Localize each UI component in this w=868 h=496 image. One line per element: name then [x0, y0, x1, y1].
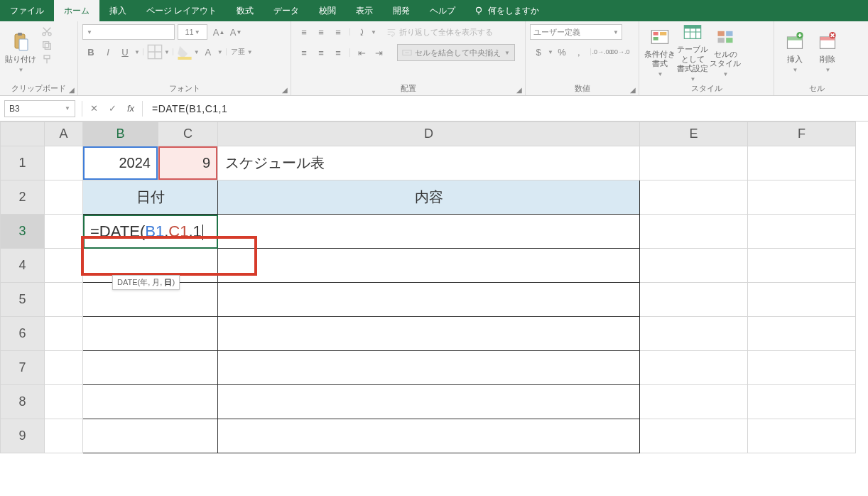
cell-B6[interactable]: [83, 317, 218, 351]
italic-button[interactable]: I: [100, 44, 116, 60]
cell-A4[interactable]: [45, 249, 83, 283]
cell-E1[interactable]: [640, 146, 748, 180]
comma-format-button[interactable]: ,: [571, 44, 587, 60]
cell-E2[interactable]: [640, 180, 748, 215]
cell-D3[interactable]: [218, 215, 640, 249]
cell-F3[interactable]: [748, 215, 856, 249]
format-painter-button[interactable]: [41, 54, 53, 65]
cell-D5[interactable]: [218, 283, 640, 317]
font-size-combo[interactable]: 11▼: [178, 24, 207, 40]
cell-D1[interactable]: スケジュール表: [218, 146, 640, 180]
bold-button[interactable]: B: [83, 44, 99, 60]
number-launcher[interactable]: ◢: [629, 85, 637, 94]
wrap-text-button[interactable]: 折り返して全体を表示する: [386, 27, 493, 38]
cell-E9[interactable]: [640, 419, 748, 453]
tab-page-layout[interactable]: ページ レイアウト: [136, 0, 227, 21]
copy-button[interactable]: [41, 40, 53, 51]
row-header-6[interactable]: 6: [1, 317, 45, 351]
increase-indent-button[interactable]: ⇥: [371, 45, 386, 60]
align-top-button[interactable]: ≡: [296, 24, 312, 40]
cell-C1[interactable]: 9: [158, 146, 218, 180]
orientation-button[interactable]: ⤸: [354, 24, 369, 40]
cell-A1[interactable]: [45, 146, 83, 180]
cell-E4[interactable]: [640, 249, 748, 283]
alignment-launcher[interactable]: ◢: [515, 85, 523, 94]
enter-formula-button[interactable]: ✓: [103, 100, 121, 117]
borders-button[interactable]: [147, 44, 163, 60]
increase-font-button[interactable]: A▲: [211, 24, 227, 40]
row-header-2[interactable]: 2: [1, 180, 45, 215]
paste-button[interactable]: 貼り付け ▼: [4, 24, 37, 81]
cell-E7[interactable]: [640, 351, 748, 385]
fill-color-button[interactable]: [177, 44, 192, 60]
cell-A6[interactable]: [45, 317, 83, 351]
font-color-button[interactable]: A: [200, 44, 216, 60]
cell-A9[interactable]: [45, 419, 83, 453]
insert-function-button[interactable]: fx: [121, 100, 140, 117]
underline-button[interactable]: U: [117, 44, 133, 60]
align-center-button[interactable]: ≡: [313, 45, 329, 60]
cell-A3[interactable]: [45, 215, 83, 249]
col-header-A[interactable]: A: [45, 122, 83, 146]
decrease-font-button[interactable]: A▼: [228, 24, 244, 40]
cell-F1[interactable]: [748, 146, 856, 180]
col-header-C[interactable]: C: [158, 122, 218, 146]
cell-D4[interactable]: [218, 249, 640, 283]
row-header-4[interactable]: 4: [1, 249, 45, 283]
cell-B9[interactable]: [83, 419, 218, 453]
accounting-format-button[interactable]: $: [531, 44, 546, 60]
cancel-formula-button[interactable]: ✕: [85, 100, 103, 117]
font-launcher[interactable]: ◢: [281, 85, 289, 94]
row-header-8[interactable]: 8: [1, 385, 45, 419]
increase-decimal-button[interactable]: .0→.00: [595, 44, 610, 60]
phonetic-guide-button[interactable]: ア亜: [230, 44, 246, 60]
cell-F7[interactable]: [748, 351, 856, 385]
row-header-1[interactable]: 1: [1, 146, 45, 180]
align-left-button[interactable]: ≡: [296, 45, 312, 60]
merge-center-button[interactable]: セルを結合して中央揃え ▼: [397, 44, 515, 61]
align-bottom-button[interactable]: ≡: [330, 24, 346, 40]
cell-F9[interactable]: [748, 419, 856, 453]
select-all-corner[interactable]: [1, 122, 45, 146]
delete-cells-button[interactable]: 削除▼: [811, 24, 844, 81]
tab-help[interactable]: ヘルプ: [420, 0, 465, 21]
cell-F2[interactable]: [748, 180, 856, 215]
cell-D6[interactable]: [218, 317, 640, 351]
cell-B3[interactable]: =DATE(B1,C1,1: [83, 215, 218, 249]
cell-D8[interactable]: [218, 385, 640, 419]
col-header-E[interactable]: E: [640, 122, 748, 146]
cell-D2[interactable]: 内容: [218, 180, 640, 215]
cell-B7[interactable]: [83, 351, 218, 385]
cell-E5[interactable]: [640, 283, 748, 317]
cell-E3[interactable]: [640, 215, 748, 249]
cell-F8[interactable]: [748, 385, 856, 419]
align-right-button[interactable]: ≡: [330, 45, 346, 60]
cell-B8[interactable]: [83, 385, 218, 419]
row-header-3[interactable]: 3: [1, 215, 45, 249]
tab-formulas[interactable]: 数式: [227, 0, 264, 21]
tab-file[interactable]: ファイル: [0, 0, 54, 21]
font-name-combo[interactable]: ▼: [82, 24, 175, 40]
cell-F5[interactable]: [748, 283, 856, 317]
cell-E8[interactable]: [640, 385, 748, 419]
row-header-7[interactable]: 7: [1, 351, 45, 385]
row-header-9[interactable]: 9: [1, 419, 45, 453]
tab-review[interactable]: 校閲: [309, 0, 346, 21]
cell-A8[interactable]: [45, 385, 83, 419]
cell-F4[interactable]: [748, 249, 856, 283]
tab-home[interactable]: ホーム: [54, 0, 99, 21]
align-middle-button[interactable]: ≡: [313, 24, 329, 40]
row-header-5[interactable]: 5: [1, 283, 45, 317]
decrease-decimal-button[interactable]: .00→.0: [612, 44, 627, 60]
cell-A5[interactable]: [45, 283, 83, 317]
number-format-combo[interactable]: ユーザー定義▼: [530, 24, 622, 40]
cell-D7[interactable]: [218, 351, 640, 385]
cut-button[interactable]: [41, 26, 53, 37]
percent-format-button[interactable]: %: [554, 44, 570, 60]
tab-view[interactable]: 表示: [346, 0, 383, 21]
tab-insert[interactable]: 挿入: [99, 0, 136, 21]
insert-cells-button[interactable]: 挿入▼: [779, 24, 811, 81]
format-as-table-button[interactable]: テーブルとして 書式設定▼: [676, 24, 709, 81]
tab-data[interactable]: データ: [264, 0, 309, 21]
conditional-format-button[interactable]: 条件付き 書式▼: [644, 24, 676, 81]
